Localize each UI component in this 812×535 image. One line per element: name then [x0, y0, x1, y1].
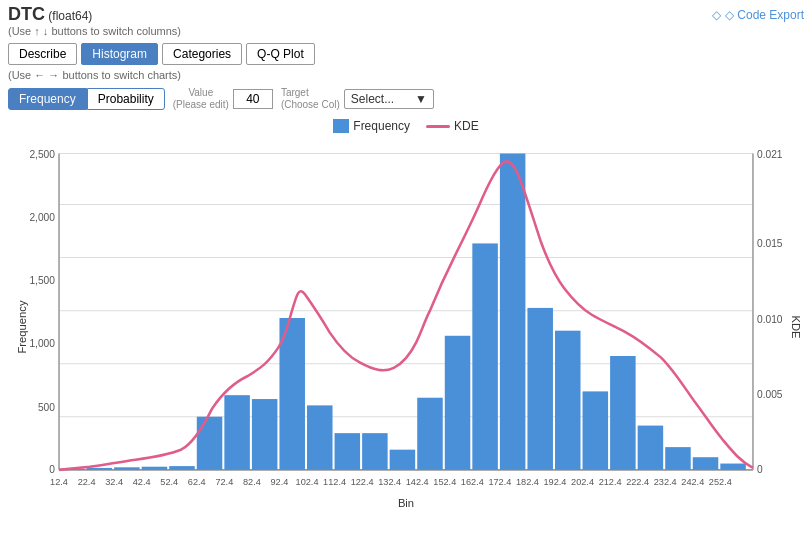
legend-frequency: Frequency: [333, 119, 410, 133]
svg-text:142.4: 142.4: [406, 477, 429, 487]
controls-row: Frequency Probability Value (Please edit…: [0, 83, 812, 117]
svg-text:0.005: 0.005: [757, 389, 783, 400]
y-axis-right-label: KDE: [790, 315, 802, 338]
bar-11: [362, 433, 388, 470]
svg-text:112.4: 112.4: [323, 477, 346, 487]
code-icon: ◇: [712, 8, 721, 22]
svg-text:2,000: 2,000: [29, 212, 55, 223]
svg-text:2,500: 2,500: [29, 149, 55, 160]
header-left: DTC (float64) (Use ↑ ↓ buttons to switch…: [8, 4, 181, 37]
bar-7: [252, 399, 278, 470]
bar-22: [665, 447, 691, 470]
bar-21: [638, 426, 664, 470]
svg-text:152.4: 152.4: [433, 477, 456, 487]
svg-text:0.010: 0.010: [757, 314, 783, 325]
bar-17: [527, 308, 553, 470]
bar-5: [197, 417, 223, 470]
bar-18: [555, 331, 581, 470]
svg-text:12.4: 12.4: [50, 477, 68, 487]
kde-legend-label: KDE: [454, 119, 479, 133]
bar-16: [500, 154, 526, 470]
svg-text:1,500: 1,500: [29, 275, 55, 286]
bar-9: [307, 405, 333, 469]
bar-24: [720, 464, 746, 470]
svg-text:72.4: 72.4: [215, 477, 233, 487]
bar-12: [390, 450, 416, 470]
freq-prob-toggle: Frequency Probability: [8, 88, 165, 110]
kde-color-line: [426, 125, 450, 128]
svg-text:92.4: 92.4: [271, 477, 289, 487]
svg-text:0: 0: [757, 464, 763, 475]
svg-text:122.4: 122.4: [351, 477, 374, 487]
kde-curve: [59, 161, 753, 469]
svg-text:82.4: 82.4: [243, 477, 261, 487]
x-axis-label: Bin: [398, 497, 414, 509]
svg-text:242.4: 242.4: [681, 477, 704, 487]
bar-14: [445, 336, 471, 470]
svg-text:1,000: 1,000: [29, 338, 55, 349]
svg-text:232.4: 232.4: [654, 477, 677, 487]
svg-text:0.015: 0.015: [757, 238, 783, 249]
svg-text:222.4: 222.4: [626, 477, 649, 487]
bar-10: [335, 433, 361, 470]
svg-text:212.4: 212.4: [599, 477, 622, 487]
code-export-label: ◇ Code Export: [725, 8, 804, 22]
tabs-row: Describe Histogram Categories Q-Q Plot: [0, 39, 812, 67]
bar-15: [472, 243, 498, 469]
svg-text:132.4: 132.4: [378, 477, 401, 487]
svg-text:0.021: 0.021: [757, 149, 783, 160]
probability-button[interactable]: Probability: [87, 88, 165, 110]
frequency-legend-label: Frequency: [353, 119, 410, 133]
column-title: DTC: [8, 4, 45, 24]
bar-2: [114, 467, 140, 470]
bar-19: [583, 391, 609, 469]
svg-text:192.4: 192.4: [544, 477, 567, 487]
svg-text:52.4: 52.4: [160, 477, 178, 487]
value-group: Value (Please edit): [173, 87, 273, 111]
svg-text:102.4: 102.4: [296, 477, 319, 487]
chart-switch-hint: (Use ← → buttons to switch charts): [0, 67, 812, 83]
select-value: Select...: [351, 92, 394, 106]
target-label: Target (Choose Col): [281, 87, 340, 111]
svg-text:0: 0: [49, 464, 55, 475]
tab-describe[interactable]: Describe: [8, 43, 77, 65]
header: DTC (float64) (Use ↑ ↓ buttons to switch…: [0, 0, 812, 117]
svg-text:22.4: 22.4: [78, 477, 96, 487]
tab-histogram[interactable]: Histogram: [81, 43, 158, 65]
frequency-button[interactable]: Frequency: [8, 88, 87, 110]
target-select[interactable]: Select... ▼: [344, 89, 434, 109]
code-export-button[interactable]: ◇ ◇ Code Export: [712, 4, 804, 22]
frequency-color-box: [333, 119, 349, 133]
svg-text:500: 500: [38, 402, 55, 413]
svg-text:252.4: 252.4: [709, 477, 732, 487]
legend-kde: KDE: [426, 119, 479, 133]
bar-20: [610, 356, 636, 470]
tab-categories[interactable]: Categories: [162, 43, 242, 65]
bar-1: [87, 468, 113, 470]
value-input[interactable]: [233, 89, 273, 109]
value-label: Value (Please edit): [173, 87, 229, 111]
svg-text:202.4: 202.4: [571, 477, 594, 487]
chevron-down-icon: ▼: [415, 92, 427, 106]
y-axis-label: Frequency: [16, 300, 28, 353]
bar-6: [224, 395, 250, 470]
bar-23: [693, 457, 719, 470]
svg-text:162.4: 162.4: [461, 477, 484, 487]
bar-13: [417, 398, 443, 470]
bar-4: [169, 466, 195, 470]
svg-text:32.4: 32.4: [105, 477, 123, 487]
svg-text:62.4: 62.4: [188, 477, 206, 487]
bar-3: [142, 467, 168, 470]
svg-text:182.4: 182.4: [516, 477, 539, 487]
svg-text:172.4: 172.4: [488, 477, 511, 487]
chart-legend: Frequency KDE: [0, 119, 812, 133]
switch-hint: (Use ↑ ↓ buttons to switch columns): [8, 25, 181, 37]
histogram-chart: Frequency KDE 0 500 1,000 1,500 2,000 2,…: [8, 137, 804, 517]
target-group: Target (Choose Col) Select... ▼: [281, 87, 434, 111]
svg-text:42.4: 42.4: [133, 477, 151, 487]
tab-qqplot[interactable]: Q-Q Plot: [246, 43, 315, 65]
column-type: (float64): [48, 9, 92, 23]
chart-area: Frequency KDE 0 500 1,000 1,500 2,000 2,…: [0, 137, 812, 517]
